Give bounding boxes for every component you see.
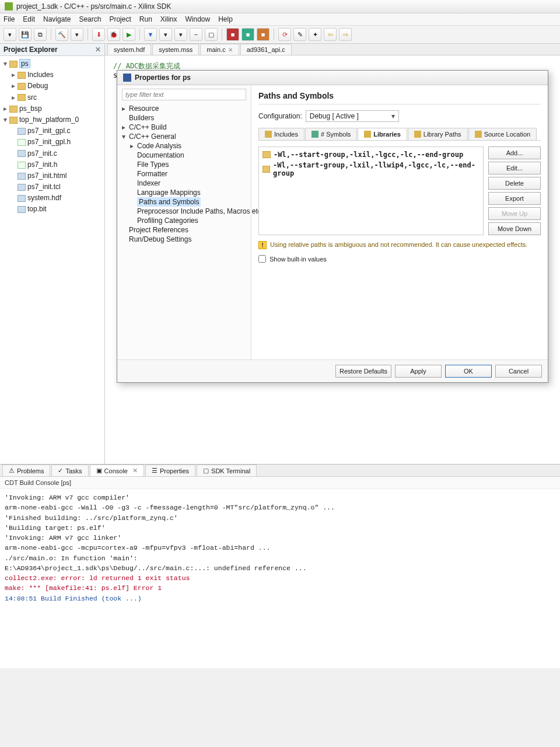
tree-node[interactable]: ps7_init_gpl.h — [4, 137, 103, 148]
move-up-button[interactable]: Move Up — [488, 207, 541, 220]
nav-item[interactable]: File Types — [122, 160, 246, 169]
tree-node[interactable]: ps7_init.c — [4, 148, 103, 159]
perspective-icon[interactable]: ■ — [226, 28, 239, 41]
editor-tab[interactable]: system.mss — [152, 44, 199, 55]
nav-item[interactable]: Indexer — [122, 179, 246, 188]
subtab-library-paths[interactable]: Library Paths — [408, 128, 468, 140]
tree-node[interactable]: top.bit — [4, 204, 103, 215]
configuration-select[interactable]: Debug [ Active ] ▾ — [306, 110, 399, 122]
tab-icon: ☰ — [152, 467, 158, 474]
menu-window[interactable]: Window — [186, 15, 211, 23]
window-button[interactable]: ▢ — [205, 28, 218, 41]
library-row[interactable]: -Wl,--start-group,-lxil,-lgcc,-lc,--end-… — [262, 149, 480, 160]
nav-item[interactable]: Profiling Categories — [122, 216, 246, 225]
nav-item[interactable]: ▸Resource — [122, 104, 246, 113]
nav-back-icon[interactable]: ⇦ — [324, 28, 337, 41]
tree-node[interactable]: ▸ps_bsp — [4, 103, 103, 114]
subtab-source-location[interactable]: Source Location — [468, 128, 537, 140]
nav-item[interactable]: Formatter — [122, 169, 246, 179]
editor-tab[interactable]: ad9361_api.c — [240, 44, 292, 55]
wand-icon[interactable]: ✦ — [309, 28, 321, 41]
menu-edit[interactable]: Edit — [23, 15, 35, 23]
tree-node[interactable]: ▸Includes — [4, 69, 103, 81]
apply-button[interactable]: Apply — [395, 365, 442, 378]
delete-button[interactable]: Delete — [488, 177, 541, 190]
export-button[interactable]: Export — [488, 192, 541, 205]
tree-node[interactable]: system.hdf — [4, 193, 103, 204]
tree-node[interactable]: ▸src — [4, 92, 103, 103]
tree-node[interactable]: ▸Debug — [4, 81, 103, 92]
nav-fwd-icon[interactable]: ⇨ — [339, 28, 352, 41]
pencil-icon[interactable]: ✎ — [293, 28, 306, 41]
nav-item[interactable]: Paths and Symbols — [122, 197, 246, 207]
save-button[interactable]: 💾 — [19, 28, 32, 41]
subtab-libraries[interactable]: Libraries — [358, 128, 407, 140]
run-button[interactable]: ▶ — [123, 28, 135, 41]
close-icon[interactable]: ✕ — [228, 47, 233, 53]
filter-icon[interactable]: ▼ — [144, 28, 157, 41]
project-tree[interactable]: ▾ps▸Includes▸Debug▸src▸ps_bsp▾top_hw_pla… — [0, 56, 104, 218]
dialog-title: Properties for ps — [135, 74, 191, 82]
tree-node[interactable]: ▾top_hw_platform_0 — [4, 114, 103, 125]
console-tab[interactable]: ▣Console✕ — [90, 465, 144, 476]
console-tab[interactable]: ✓Tasks — [51, 465, 88, 476]
debug-button[interactable]: 🐞 — [107, 28, 120, 41]
add-button[interactable]: Add... — [488, 146, 541, 159]
move-down-button[interactable]: Move Down — [488, 222, 541, 235]
dialog-titlebar: Properties for ps — [117, 71, 548, 85]
console-tab[interactable]: ☰Properties — [145, 465, 195, 476]
tree-node[interactable]: ps7_init_gpl.c — [4, 125, 103, 137]
show-builtin-checkbox[interactable] — [258, 255, 266, 263]
console-output[interactable]: 'Invoking: ARM v7 gcc compiler'arm-none-… — [0, 489, 560, 668]
editor-tab[interactable]: main.c✕ — [200, 44, 239, 55]
save-all-button[interactable]: ⧉ — [34, 28, 47, 41]
console-tab[interactable]: ⚠Problems — [2, 465, 50, 476]
edit-button[interactable]: Edit... — [488, 162, 541, 174]
properties-nav-tree[interactable]: ▸ResourceBuilders▸C/C++ Build▾C/C++ Gene… — [122, 104, 246, 244]
nav-item[interactable]: Project References — [122, 225, 246, 235]
menu-help[interactable]: Help — [218, 15, 233, 23]
nav-item[interactable]: ▸C/C++ Build — [122, 123, 246, 132]
editor-tab[interactable]: system.hdf — [107, 44, 151, 55]
cancel-button[interactable]: Cancel — [495, 365, 542, 378]
nav-item[interactable]: Language Mappings — [122, 188, 246, 197]
filter-input[interactable] — [122, 89, 246, 100]
collapse-button[interactable]: − — [190, 28, 202, 41]
tree-node[interactable]: ps7_init.html — [4, 170, 103, 181]
tree-node[interactable]: ps7_init.h — [4, 159, 103, 170]
menu-search[interactable]: Search — [79, 15, 101, 23]
back-nav-button[interactable]: ▾ — [159, 28, 172, 41]
subtab-includes[interactable]: Includes — [258, 128, 304, 140]
nav-item[interactable]: Builders — [122, 113, 246, 123]
nav-item[interactable]: ▸Code Analysis — [122, 141, 246, 151]
build-button[interactable]: 🔨 — [55, 28, 68, 41]
nav-item[interactable]: Preprocessor Include Paths, Macros etc. — [122, 207, 246, 216]
library-row[interactable]: -Wl,--start-group,-lxil,-llwip4,-lgcc,-l… — [262, 160, 480, 179]
hammer-dropdown[interactable]: ▾ — [71, 28, 83, 41]
restore-defaults-button[interactable]: Restore Defaults — [335, 365, 391, 378]
menu-navigate[interactable]: Navigate — [43, 15, 71, 23]
menu-project[interactable]: Project — [109, 15, 131, 23]
refresh-icon[interactable]: ⟳ — [278, 28, 291, 41]
perspective-icon3[interactable]: ■ — [257, 28, 270, 41]
perspective-icon2[interactable]: ■ — [242, 28, 254, 41]
close-icon[interactable]: ✕ — [132, 467, 138, 474]
console-tab[interactable]: ▢SDK Terminal — [197, 465, 257, 476]
new-dropdown-button[interactable]: ▾ — [4, 28, 16, 41]
nav-item[interactable]: ▾C/C++ General — [122, 132, 246, 141]
libraries-side-buttons: Add... Edit... Delete Export Move Up Mov… — [488, 146, 541, 235]
subtab--symbols[interactable]: # Symbols — [305, 128, 357, 140]
console-tabstrip: ⚠Problems✓Tasks▣Console✕☰Properties▢SDK … — [0, 465, 560, 477]
nav-item[interactable]: Documentation — [122, 151, 246, 160]
forward-nav-button[interactable]: ▾ — [174, 28, 187, 41]
tree-node[interactable]: ▾ps — [4, 58, 103, 69]
close-icon[interactable]: ✕ — [95, 46, 101, 54]
menu-xilinx[interactable]: Xilinx — [160, 15, 177, 23]
menu-file[interactable]: File — [4, 15, 15, 23]
ok-button[interactable]: OK — [445, 365, 492, 378]
menu-run[interactable]: Run — [139, 15, 152, 23]
libraries-list[interactable]: -Wl,--start-group,-lxil,-lgcc,-lc,--end-… — [258, 146, 484, 235]
nav-item[interactable]: Run/Debug Settings — [122, 235, 246, 244]
tree-node[interactable]: ps7_init.tcl — [4, 181, 103, 193]
program-fpga-button[interactable]: ⬇ — [92, 28, 105, 41]
